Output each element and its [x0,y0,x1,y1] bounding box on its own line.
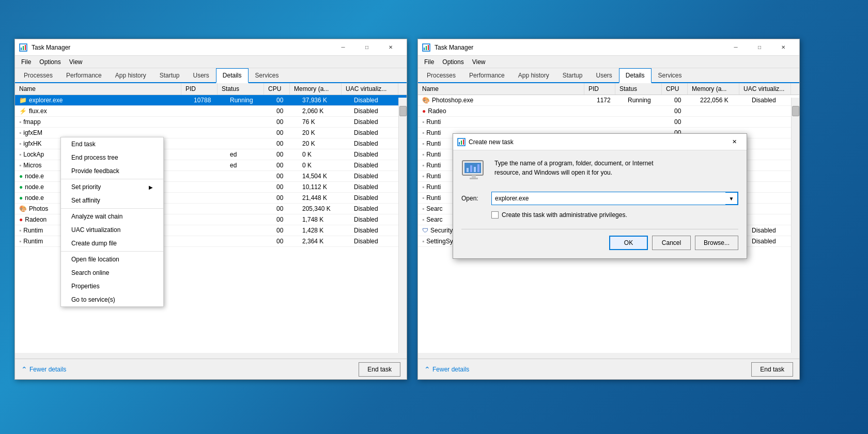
scrollbar-thumb-1[interactable] [399,106,407,116]
menu-view-1[interactable]: View [65,57,87,67]
context-menu-item-analyze-wait-chain[interactable]: Analyze wait chain [61,210,163,223]
close-button-1[interactable]: ✕ [379,39,402,56]
svg-rect-14 [467,168,469,172]
table-row[interactable]: ▪fmapp 00 76 K Disabled [15,117,407,128]
col-pid-1[interactable]: PID [181,83,218,95]
cell-memory: 2,364 K [298,236,350,246]
context-menu-item-set-affinity[interactable]: Set affinity [61,194,163,207]
cell-pid [190,106,226,116]
tab-details-1[interactable]: Details [216,68,249,83]
dialog-close-button[interactable]: ✕ [726,136,742,148]
tab-services-2[interactable]: Services [652,68,689,83]
col-status-2[interactable]: Status [615,83,662,95]
dialog-open-input[interactable] [492,192,725,205]
col-cpu-1[interactable]: CPU [264,83,290,95]
tab-performance-2[interactable]: Performance [462,68,512,83]
context-menu-item-uac-virtualization[interactable]: UAC virtualization [61,223,163,237]
cell-pid [190,117,226,127]
close-button-2[interactable]: ✕ [771,39,795,56]
fewer-details-button-2[interactable]: ⌃ Fewer details [424,365,469,374]
col-uac-2[interactable]: UAC virtualiz... [739,83,791,95]
fewer-details-button-1[interactable]: ⌃ Fewer details [21,365,66,374]
admin-privileges-checkbox[interactable] [491,211,499,219]
tab-services-1[interactable]: Services [249,68,286,83]
scrollbar-thumb-2[interactable] [792,106,799,116]
cell-cpu: 00 [272,214,298,225]
tab-apphistory-1[interactable]: App history [109,68,153,83]
minimize-button-2[interactable]: ─ [724,39,748,56]
dialog-footer: OK Cancel Browse... [461,229,738,250]
col-pid-2[interactable]: PID [584,83,615,95]
minimize-button-1[interactable]: ─ [331,39,355,56]
cell-cpu: 00 [272,138,298,149]
table-row[interactable]: ⚡flux.ex 00 2,060 K Disabled [15,106,407,117]
end-task-button-1[interactable]: End task [359,362,400,377]
cell-cpu: 00 [272,204,298,214]
context-menu-item-set-priority[interactable]: Set priority ▶ [61,180,163,194]
table-row[interactable]: 🎨Photoshop.exe 1172 Running 00 222,056 K… [418,95,799,106]
cell-cpu: 00 [272,182,298,192]
cancel-button[interactable]: Cancel [652,236,691,250]
menu-view-2[interactable]: View [468,57,490,67]
tab-details-2[interactable]: Details [619,68,652,83]
context-menu-item-go-to-service[interactable]: Go to service(s) [61,293,163,306]
table-row[interactable]: ●Radeo 00 [418,106,799,117]
context-menu-item-end-process-tree[interactable]: End process tree [61,151,163,164]
cell-pid [190,225,226,236]
cell-pid [190,160,226,171]
col-memory-1[interactable]: Memory (a... [290,83,342,95]
svg-rect-19 [470,178,478,179]
menu-file-2[interactable]: File [420,57,438,67]
context-menu: End task End process tree Provide feedba… [60,137,164,307]
context-menu-item-end-task[interactable]: End task [61,137,163,151]
col-uac-1[interactable]: UAC virtualiz... [342,83,398,95]
table-row[interactable]: 📁explorer.exe 10788 Running 00 37,936 K … [15,95,407,106]
tab-processes-2[interactable]: Processes [420,68,462,83]
dialog-dropdown-button[interactable]: ▼ [725,192,738,205]
fewer-details-bar-1: ⌃ Fewer details End task [15,359,407,379]
context-menu-item-create-dump-file[interactable]: Create dump file [61,237,163,250]
context-menu-item-open-file-location[interactable]: Open file location [61,253,163,266]
tab-performance-1[interactable]: Performance [59,68,109,83]
col-memory-2[interactable]: Memory (a... [688,83,739,95]
menu-options-2[interactable]: Options [438,57,468,67]
menu-options-1[interactable]: Options [35,57,65,67]
tab-users-2[interactable]: Users [589,68,618,83]
scrollbar-1[interactable] [398,98,407,353]
cell-memory [696,117,748,127]
table-header-1: Name PID Status CPU Memory (a... UAC vir… [15,83,407,95]
titlebar-1: Task Manager ─ □ ✕ [15,39,407,56]
cell-pid [190,128,226,138]
maximize-button-2[interactable]: □ [748,39,771,56]
tab-processes-1[interactable]: Processes [17,68,59,83]
end-task-button-2[interactable]: End task [751,362,793,377]
desktop: Task Manager ─ □ ✕ File Options View Pro… [0,0,868,434]
create-new-task-dialog: Create new task ✕ [453,133,747,259]
menu-file-1[interactable]: File [17,57,35,67]
cell-pid [190,171,226,181]
context-menu-item-search-online[interactable]: Search online [61,266,163,280]
cell-name: ⚡flux.ex [15,106,190,116]
scrollbar-2[interactable] [791,98,799,353]
context-menu-item-provide-feedback[interactable]: Provide feedback [61,164,163,178]
col-status-1[interactable]: Status [218,83,264,95]
cell-memory: 21,448 K [298,193,350,203]
table-row[interactable]: ▪Runti 00 [418,117,799,128]
tab-apphistory-2[interactable]: App history [512,68,556,83]
cell-cpu: 00 [670,95,696,105]
tab-startup-1[interactable]: Startup [153,68,187,83]
cell-memory: 76 K [298,117,350,127]
col-name-1[interactable]: Name [15,83,181,95]
maximize-button-1[interactable]: □ [355,39,379,56]
tab-startup-2[interactable]: Startup [556,68,590,83]
cell-cpu: 00 [272,160,298,171]
col-cpu-2[interactable]: CPU [662,83,688,95]
svg-rect-9 [459,142,460,145]
svg-rect-11 [463,140,464,145]
ok-button[interactable]: OK [609,236,648,250]
col-name-2[interactable]: Name [418,83,584,95]
context-menu-item-properties[interactable]: Properties [61,280,163,293]
browse-button[interactable]: Browse... [695,236,738,250]
cell-pid: 1172 [593,95,624,105]
tab-users-1[interactable]: Users [186,68,215,83]
